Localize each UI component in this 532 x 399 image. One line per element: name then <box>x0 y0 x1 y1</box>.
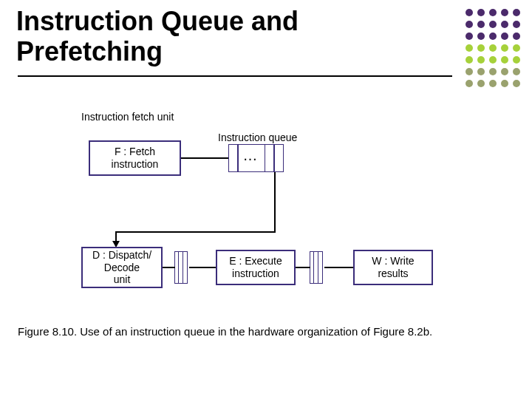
title-line-2: Prefetching <box>16 36 163 66</box>
box-fetch-text: F : Fetch instruction <box>112 146 159 171</box>
pipeline-diagram: Instruction fetch unit Instruction queue… <box>74 111 488 303</box>
label-instruction-queue: Instruction queue <box>218 132 297 143</box>
connector-into-dispatch <box>115 231 117 242</box>
connector-latch2-to-w <box>324 267 353 268</box>
box-fetch: F : Fetch instruction <box>89 140 181 176</box>
title-underline <box>18 75 452 77</box>
instruction-queue: … <box>229 144 284 172</box>
connector-e-to-latch2 <box>296 267 310 268</box>
title-line-1: Instruction Queue and <box>16 6 299 36</box>
decorative-dot-grid <box>466 9 522 89</box>
latch-1 <box>175 251 188 284</box>
box-execute-text: E : Execute instruction <box>229 255 282 280</box>
connector-left-to-dispatch <box>115 231 276 233</box>
box-write: W : Write results <box>353 250 433 285</box>
box-execute: E : Execute instruction <box>216 250 296 285</box>
box-dispatch: D : Dispatch/ Decode unit <box>81 247 163 288</box>
connector-queue-down <box>274 172 276 233</box>
box-write-text: W : Write results <box>372 255 414 280</box>
queue-ellipsis: … <box>243 147 260 164</box>
latch-2 <box>310 251 323 284</box>
connector-fetch-to-queue <box>181 157 229 159</box>
figure-caption: Figure 8.10. Use of an instruction queue… <box>18 325 432 338</box>
label-fetch-unit: Instruction fetch unit <box>81 111 174 123</box>
connector-d-to-latch1 <box>163 267 175 268</box>
box-dispatch-text: D : Dispatch/ Decode unit <box>92 249 151 286</box>
connector-latch1-to-e <box>189 267 216 268</box>
slide-title: Instruction Queue and Prefetching <box>16 6 299 67</box>
